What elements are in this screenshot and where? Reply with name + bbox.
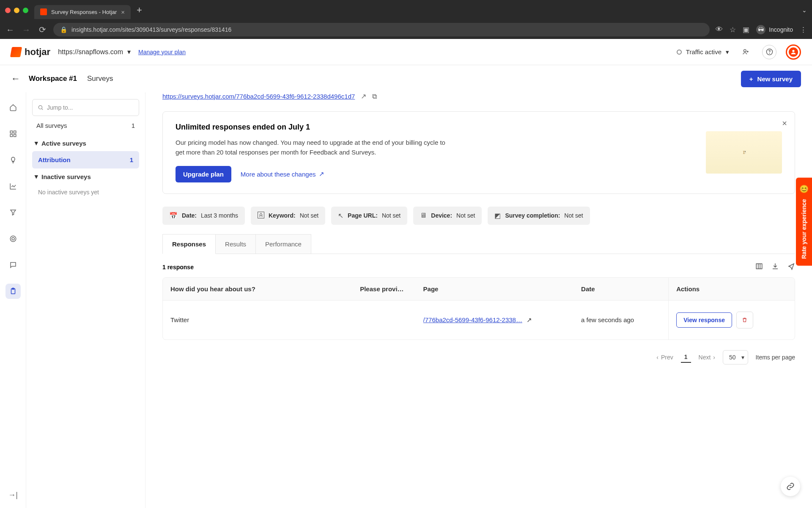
- body-row: →| Jump to... All surveys 1 ▾ Active sur…: [0, 92, 812, 508]
- browser-tab-strip: Survey Responses - Hotjar × + ⌄: [0, 0, 812, 20]
- new-survey-button[interactable]: + New survey: [741, 71, 801, 87]
- learn-more-link[interactable]: More about these changes ↗: [241, 170, 325, 178]
- inactive-group-label: Inactive surveys: [41, 173, 91, 180]
- site-selector[interactable]: https://snapflows.com ▾: [58, 48, 131, 56]
- avatar-icon: [789, 47, 798, 57]
- svg-point-0: [743, 50, 746, 52]
- pager-next[interactable]: Next ›: [699, 354, 715, 361]
- breadcrumb-workspace[interactable]: Workspace #1: [29, 75, 77, 83]
- close-icon[interactable]: ×: [121, 8, 125, 16]
- banner-body: Our pricing model has now changed. You m…: [176, 138, 446, 157]
- filter-date[interactable]: 📅 Date: Last 3 months: [162, 207, 245, 225]
- filter-device[interactable]: 🖥 Device: Not set: [413, 207, 482, 225]
- pager-current: 1: [681, 352, 691, 363]
- banner-close-button[interactable]: ×: [782, 119, 787, 128]
- invite-user-button[interactable]: [738, 45, 753, 59]
- svg-rect-7: [14, 135, 16, 137]
- filter-keyword[interactable]: 🄰 Keyword: Not set: [251, 207, 325, 225]
- pagination: ‹ Prev 1 Next › 50 ▾ Items per page: [162, 350, 795, 364]
- svg-rect-5: [14, 131, 16, 133]
- sidebar-group-active[interactable]: ▾ Active surveys: [32, 135, 139, 151]
- table-header: How did you hear about us? Please provi……: [163, 278, 795, 301]
- cursor-icon: ↖: [338, 212, 343, 220]
- home-icon: [9, 104, 17, 111]
- tab-performance[interactable]: Performance: [256, 234, 311, 254]
- panel-icon[interactable]: ▣: [743, 25, 749, 34]
- svg-point-9: [12, 237, 14, 240]
- new-survey-label: New survey: [757, 75, 793, 83]
- filter-completion[interactable]: ◩ Survey completion: Not set: [488, 207, 590, 225]
- table-row[interactable]: Twitter /776ba2cd-5699-43f6-9612-2338… ↗…: [163, 301, 795, 340]
- sidebar-group-inactive[interactable]: ▾ Inactive surveys: [32, 168, 139, 185]
- view-response-button[interactable]: View response: [676, 312, 732, 328]
- svg-rect-14: [756, 264, 762, 269]
- chevron-down-icon: ▾: [741, 354, 744, 361]
- browser-tab[interactable]: Survey Responses - Hotjar ×: [34, 5, 131, 19]
- tab-title: Survey Responses - Hotjar: [51, 9, 117, 15]
- new-tab-button[interactable]: +: [137, 5, 142, 16]
- eye-off-icon[interactable]: 👁: [716, 25, 723, 34]
- manage-plan-link[interactable]: Manage your plan: [138, 49, 186, 55]
- copy-icon[interactable]: ⧉: [372, 93, 377, 100]
- rail-feedback[interactable]: [5, 257, 21, 273]
- incognito-badge[interactable]: 🕶 Incognito: [756, 25, 793, 34]
- filter-label: Date:: [182, 212, 197, 219]
- url-bar[interactable]: 🔒 insights.hotjar.com/sites/3090413/surv…: [53, 23, 710, 36]
- rail-dashboards[interactable]: [5, 126, 21, 141]
- rail-expand-button[interactable]: →|: [8, 491, 18, 500]
- kebab-icon[interactable]: ⋮: [800, 25, 807, 34]
- columns-button[interactable]: [755, 262, 763, 272]
- cell-answer: Twitter: [163, 301, 352, 340]
- traffic-status[interactable]: Traffic active ▾: [677, 48, 729, 56]
- learn-more-label: More about these changes: [241, 171, 316, 178]
- download-button[interactable]: [771, 262, 779, 272]
- svg-point-13: [745, 151, 746, 152]
- download-icon: [771, 262, 779, 270]
- filter-pageurl[interactable]: ↖ Page URL: Not set: [331, 207, 407, 225]
- completion-icon: ◩: [494, 212, 501, 220]
- page-link[interactable]: /776ba2cd-5699-43f6-9612-2338…: [423, 316, 522, 323]
- nav-reload-button[interactable]: ⟳: [37, 25, 47, 35]
- jump-search[interactable]: Jump to...: [32, 99, 139, 116]
- rail-funnels[interactable]: [5, 205, 21, 220]
- logo[interactable]: hotjar: [11, 47, 50, 58]
- external-link-icon[interactable]: ↗: [527, 316, 532, 324]
- window-close-dot[interactable]: [5, 8, 11, 13]
- nav-forward-button[interactable]: →: [21, 25, 31, 35]
- rail-home[interactable]: [5, 100, 21, 115]
- window-maximize-dot[interactable]: [23, 8, 28, 13]
- feedback-label: Rate your experience: [801, 199, 807, 259]
- help-button[interactable]: [762, 45, 776, 59]
- items-per-page-select[interactable]: 50 ▾: [723, 350, 748, 364]
- feedback-tab[interactable]: Rate your experience 😊: [796, 178, 812, 266]
- delete-response-button[interactable]: [736, 312, 753, 329]
- avatar[interactable]: [786, 44, 801, 60]
- survey-link-row: https://surveys.hotjar.com/776ba2cd-5699…: [162, 92, 795, 100]
- rail-trends[interactable]: [5, 179, 21, 194]
- app-root: hotjar https://snapflows.com ▾ Manage yo…: [0, 39, 812, 508]
- window-minimize-dot[interactable]: [14, 8, 19, 13]
- active-group-label: Active surveys: [41, 140, 86, 147]
- rail-recordings[interactable]: [5, 231, 21, 246]
- share-button[interactable]: [787, 262, 795, 272]
- filter-value: Not set: [382, 212, 401, 219]
- tab-responses[interactable]: Responses: [162, 234, 216, 254]
- back-button[interactable]: ←: [11, 73, 20, 84]
- chevron-down-icon[interactable]: ⌄: [802, 7, 807, 14]
- rail-surveys[interactable]: [5, 284, 21, 299]
- link-fab[interactable]: [781, 477, 800, 496]
- svg-point-3: [792, 50, 794, 52]
- nav-back-button[interactable]: ←: [5, 25, 15, 35]
- sidebar-item-all-surveys[interactable]: All surveys 1: [32, 116, 139, 135]
- lock-icon: 🔒: [60, 26, 67, 33]
- site-label: https://snapflows.com: [58, 48, 123, 56]
- rail-highlights[interactable]: [5, 152, 21, 168]
- sidebar-item-attribution[interactable]: Attribution 1: [32, 151, 139, 168]
- star-icon[interactable]: ☆: [730, 25, 736, 34]
- survey-public-link[interactable]: https://surveys.hotjar.com/776ba2cd-5699…: [162, 93, 355, 100]
- tab-results[interactable]: Results: [216, 234, 256, 254]
- filter-value: Not set: [564, 212, 583, 219]
- upgrade-plan-button[interactable]: Upgrade plan: [176, 166, 231, 182]
- external-link-icon[interactable]: ↗: [361, 92, 366, 100]
- pager-prev[interactable]: ‹ Prev: [656, 354, 673, 361]
